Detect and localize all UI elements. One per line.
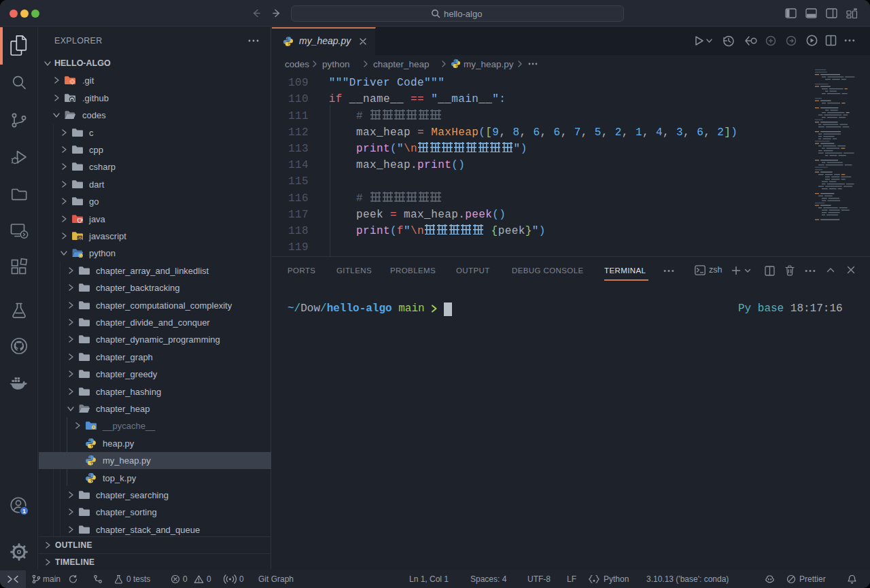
svg-text:1: 1 — [22, 508, 26, 515]
svg-text:JS: JS — [77, 236, 82, 240]
